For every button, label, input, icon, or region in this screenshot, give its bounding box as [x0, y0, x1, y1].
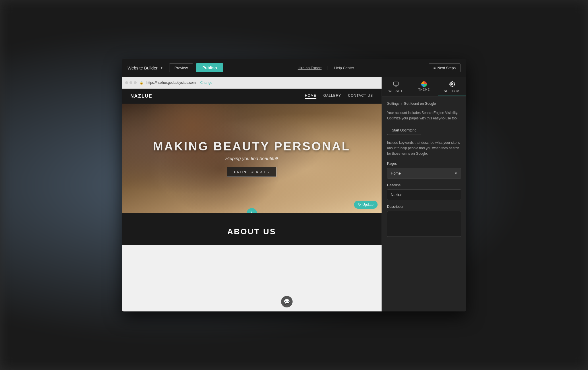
- right-panel-content: Settings / Get found on Google Your acco…: [382, 96, 466, 311]
- nav-link-gallery[interactable]: GALLERY: [323, 94, 341, 99]
- site-content: NAZLUE HOME GALLERY CONTACT US MAKING BE…: [122, 89, 382, 311]
- right-panel-tabs: WEBSITE THEME SETTINGS: [382, 77, 466, 96]
- dot-yellow: [129, 81, 132, 84]
- divider: |: [327, 65, 328, 70]
- description-textarea[interactable]: [387, 211, 461, 237]
- app-window: Website Builder ▼ Preview Publish Hire a…: [122, 59, 466, 311]
- breadcrumb-settings[interactable]: Settings: [387, 102, 399, 106]
- gear-icon: [449, 81, 455, 88]
- start-optimizing-button[interactable]: Start Optimizing: [387, 126, 421, 135]
- tab-theme-label: THEME: [418, 88, 430, 91]
- site-logo: NAZLUE: [130, 94, 152, 99]
- preview-panel: 🔒 https://nazlue.godaddysites.com Change…: [122, 77, 382, 311]
- browser-dots: [125, 81, 137, 84]
- brand: Website Builder ▼: [127, 65, 163, 70]
- next-steps-label: Next Steps: [437, 66, 456, 70]
- lock-icon: 🔒: [140, 81, 144, 85]
- hero-section: MAKING BEAUTY PERSONAL Helping you find …: [122, 104, 382, 213]
- preview-button[interactable]: Preview: [169, 63, 193, 72]
- nav-link-home[interactable]: HOME: [305, 94, 316, 99]
- breadcrumb-current: Get found on Google: [404, 102, 436, 106]
- update-icon: ↻: [358, 203, 361, 207]
- tab-settings[interactable]: SETTINGS: [438, 77, 466, 96]
- publish-button[interactable]: Publish: [196, 63, 223, 72]
- hero-title[interactable]: MAKING BEAUTY PERSONAL: [153, 140, 350, 153]
- browser-bar: 🔒 https://nazlue.godaddysites.com Change: [122, 77, 382, 89]
- keywords-description: Include keywords that describe what your…: [387, 140, 461, 157]
- svg-point-3: [452, 83, 453, 85]
- brand-dropdown-arrow[interactable]: ▼: [160, 66, 163, 70]
- help-center-link[interactable]: Help Center: [334, 66, 354, 70]
- hire-expert-link[interactable]: Hire an Expert: [298, 66, 322, 70]
- breadcrumb-separator: /: [401, 102, 402, 106]
- right-panel: WEBSITE THEME SETTINGS: [382, 77, 466, 311]
- tab-theme[interactable]: THEME: [410, 77, 438, 96]
- tab-website-label: WEBSITE: [388, 90, 403, 93]
- main-area: 🔒 https://nazlue.godaddysites.com Change…: [122, 77, 466, 311]
- headline-label: Headline: [387, 183, 461, 187]
- pages-select-wrapper: Home Gallery Contact Us ▼: [387, 168, 461, 179]
- dot-red: [125, 81, 128, 84]
- update-label: Update: [362, 203, 374, 207]
- site-nav-links: HOME GALLERY CONTACT US: [305, 94, 373, 99]
- site-nav: NAZLUE HOME GALLERY CONTACT US: [122, 89, 382, 104]
- tab-website[interactable]: WEBSITE: [382, 77, 410, 96]
- pages-select[interactable]: Home Gallery Contact Us: [387, 168, 461, 179]
- about-title[interactable]: ABOUT US: [130, 227, 373, 236]
- about-section: ABOUT US: [122, 213, 382, 245]
- description-label: Description: [387, 205, 461, 209]
- svg-rect-0: [394, 82, 399, 85]
- chat-icon[interactable]: 💬: [281, 296, 293, 307]
- brand-title: Website Builder: [127, 65, 158, 70]
- dot-green: [134, 81, 137, 84]
- next-steps-button[interactable]: ≡ Next Steps: [429, 63, 461, 72]
- hero-text: MAKING BEAUTY PERSONAL Helping you find …: [153, 140, 350, 177]
- tab-settings-label: SETTINGS: [444, 90, 461, 93]
- next-steps-icon: ≡: [434, 66, 436, 70]
- nav-link-contact[interactable]: CONTACT US: [348, 94, 373, 99]
- seo-description: Your account includes Search Engine Visi…: [387, 110, 461, 121]
- url-text: https://nazlue.godaddysites.com: [146, 81, 196, 85]
- chat-bubble-icon: 💬: [284, 299, 290, 305]
- update-button[interactable]: ↻ Update: [354, 201, 378, 209]
- hero-subtitle[interactable]: Helping you find beautiful!: [153, 156, 350, 161]
- hero-cta-button[interactable]: ONLINE CLASSES: [227, 167, 276, 177]
- monitor-icon: [393, 81, 399, 88]
- headline-input[interactable]: [387, 189, 461, 200]
- top-bar-center: Hire an Expert | Help Center: [223, 65, 428, 70]
- pages-label: Pages: [387, 162, 461, 166]
- breadcrumb: Settings / Get found on Google: [387, 102, 461, 106]
- palette-icon: [421, 81, 427, 87]
- change-link[interactable]: Change: [200, 81, 212, 85]
- top-bar: Website Builder ▼ Preview Publish Hire a…: [122, 59, 466, 77]
